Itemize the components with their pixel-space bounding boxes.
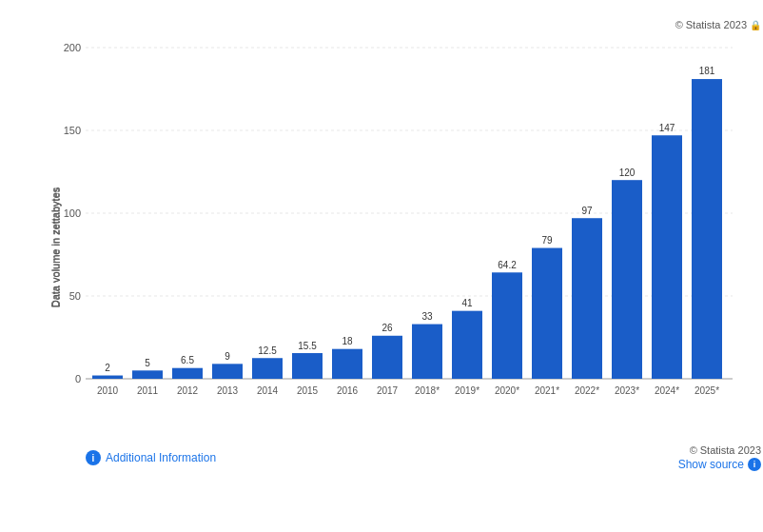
bar-2018 xyxy=(412,325,442,379)
y-label-200: 200 xyxy=(64,42,81,53)
x-label-2012: 2012 xyxy=(177,385,199,396)
bar-label-2010: 2 xyxy=(105,363,110,373)
x-label-2019: 2019* xyxy=(455,385,479,396)
info-icon: i xyxy=(86,450,101,465)
additional-info-button[interactable]: i Additional Information xyxy=(86,450,216,465)
bar-2019 xyxy=(452,311,482,379)
x-label-2024: 2024* xyxy=(655,385,679,396)
source-info-icon: i xyxy=(748,458,761,471)
bar-2024 xyxy=(652,135,682,379)
bar-label-2021: 79 xyxy=(541,235,553,246)
statista-brand: © Statista 2023 xyxy=(690,444,761,456)
bar-2022 xyxy=(572,218,602,379)
bar-label-2011: 5 xyxy=(145,358,150,368)
bar-label-2013: 9 xyxy=(225,351,230,362)
x-label-2013: 2013 xyxy=(217,385,239,396)
bar-label-2020: 64.2 xyxy=(498,260,517,270)
x-label-2017: 2017 xyxy=(377,385,399,396)
bar-label-2025: 181 xyxy=(699,66,715,76)
bar-2021 xyxy=(532,248,562,379)
bar-2012 xyxy=(172,368,203,379)
bar-label-2022: 97 xyxy=(581,206,593,216)
bar-chart: Data volume in zettabytes 200 150 100 50… xyxy=(48,19,761,476)
bar-2016 xyxy=(332,349,362,379)
bar-2025 xyxy=(692,79,722,379)
x-label-2011: 2011 xyxy=(137,385,159,396)
bar-2023 xyxy=(612,180,642,379)
y-axis-title: Data volume in zettabytes xyxy=(50,187,62,307)
x-label-2020: 2020* xyxy=(495,385,519,396)
bar-label-2024: 147 xyxy=(659,123,675,133)
main-container: Data volume in zettabytes 200 150 100 50… xyxy=(0,0,763,532)
bar-label-2012: 6.5 xyxy=(181,355,194,365)
bar-label-2014: 12.5 xyxy=(258,345,277,356)
x-label-2021: 2021* xyxy=(535,385,559,396)
bar-2017 xyxy=(372,336,402,379)
chart-area: Data volume in zettabytes 200 150 100 50… xyxy=(0,0,763,532)
y-label-50: 50 xyxy=(69,290,81,302)
bar-2011 xyxy=(132,370,163,379)
y-label-0: 0 xyxy=(75,373,81,384)
bar-2010 xyxy=(92,376,123,379)
bar-2014 xyxy=(252,358,283,379)
bar-label-2019: 41 xyxy=(461,298,473,308)
x-label-2025: 2025* xyxy=(695,385,719,396)
x-label-2014: 2014 xyxy=(257,385,279,396)
bar-label-2016: 18 xyxy=(342,336,353,346)
additional-info-label: Additional Information xyxy=(106,451,216,464)
bar-2020 xyxy=(492,272,522,379)
statista-icon: 🔒 xyxy=(750,20,761,30)
show-source-button[interactable]: Show source i xyxy=(678,458,761,471)
bar-label-2018: 33 xyxy=(421,311,433,322)
x-label-2022: 2022* xyxy=(575,385,599,396)
statista-copyright: © Statista 2023 xyxy=(675,19,747,30)
bar-label-2017: 26 xyxy=(382,323,393,333)
x-label-2015: 2015 xyxy=(297,385,319,396)
x-label-2010: 2010 xyxy=(97,385,119,396)
bar-label-2023: 120 xyxy=(619,167,636,178)
y-label-150: 150 xyxy=(64,125,81,136)
bar-2013 xyxy=(212,364,243,379)
bar-label-2015: 15.5 xyxy=(298,341,317,351)
x-label-2016: 2016 xyxy=(337,385,359,396)
bar-2015 xyxy=(292,353,323,379)
x-label-2018: 2018* xyxy=(415,385,440,396)
y-label-100: 100 xyxy=(64,207,81,219)
x-label-2023: 2023* xyxy=(615,385,639,396)
show-source-label: Show source xyxy=(678,458,744,471)
